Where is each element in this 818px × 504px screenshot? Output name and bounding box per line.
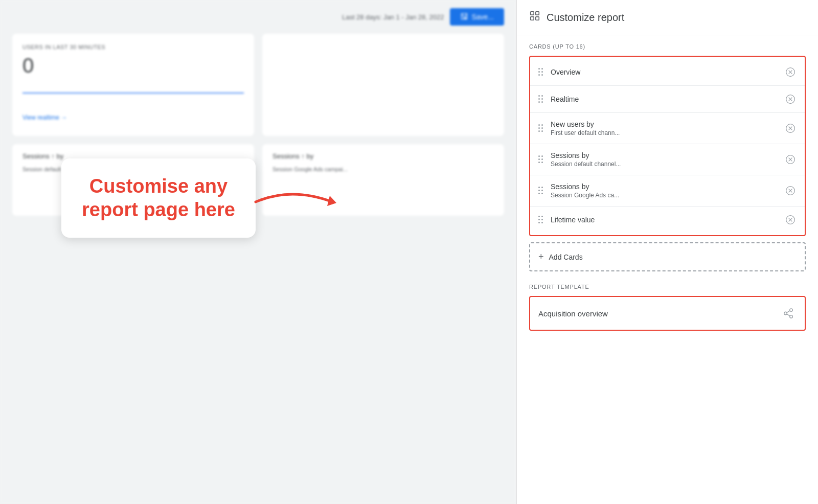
view-realtime: View realtime → [22, 114, 244, 121]
card-item-title-1: Realtime [551, 95, 778, 103]
drag-handle-overview[interactable] [538, 68, 544, 76]
placeholder-card [262, 34, 504, 136]
svg-rect-1 [531, 12, 534, 15]
svg-point-23 [790, 309, 793, 312]
add-cards-label: Add Cards [549, 253, 583, 261]
card-item-title-3: Sessions by [551, 151, 778, 159]
panel-title: Customize report [547, 12, 624, 24]
realtime-card: USERS IN LAST 30 MINUTES 0 View realtime… [12, 34, 254, 136]
card-item-content-new-users: New users by First user default chann... [551, 120, 778, 136]
card-item-subtitle-2: First user default chann... [551, 129, 778, 136]
panel-header: Customize report [517, 0, 818, 35]
date-range: Last 28 days: Jan 1 - Jan 28, 2022 [342, 13, 444, 21]
card-item-subtitle-4: Session Google Ads ca... [551, 192, 778, 199]
add-icon: + [538, 251, 544, 262]
card-item-sessions-ads: Sessions by Session Google Ads ca... [530, 175, 805, 207]
card-item-content-realtime: Realtime [551, 95, 778, 103]
callout-box: Customise any report page here [61, 158, 256, 238]
svg-point-25 [790, 315, 793, 318]
remove-btn-overview[interactable] [784, 66, 797, 78]
drag-handle-new-users[interactable] [538, 124, 544, 132]
card-item-overview: Overview [530, 59, 805, 86]
panel-header-icon [529, 10, 540, 25]
remove-btn-realtime[interactable] [784, 93, 797, 105]
callout-text: Customise any report page here [82, 175, 235, 221]
card-item-content-sessions-channel: Sessions by Session default channel... [551, 151, 778, 168]
callout-arrow [251, 181, 343, 224]
card-item-title-0: Overview [551, 68, 778, 76]
report-template-section-label: REPORT TEMPLATE [529, 284, 806, 290]
report-template-box: Acquisition overview [529, 296, 806, 331]
card-item-title-5: Lifetime value [551, 216, 778, 224]
card-item-content-lifetime-value: Lifetime value [551, 216, 778, 224]
card-item-new-users: New users by First user default chann... [530, 113, 805, 144]
add-cards-button[interactable]: + Add Cards [529, 242, 806, 271]
svg-rect-2 [536, 12, 539, 15]
bottom-card-label-1: Sessions ↑ by [272, 152, 494, 160]
card-item-lifetime-value: Lifetime value [530, 207, 805, 233]
save-button[interactable]: 🖫 Save... [450, 8, 504, 26]
realtime-line [22, 93, 244, 94]
main-content-background: Last 28 days: Jan 1 - Jan 28, 2022 🖫 Sav… [0, 0, 516, 504]
card-item-title-2: New users by [551, 120, 778, 128]
card-item-title-4: Sessions by [551, 182, 778, 191]
remove-btn-new-users[interactable] [784, 122, 797, 134]
drag-handle-sessions-channel[interactable] [538, 155, 544, 164]
right-panel: Customize report CARDS (UP TO 16) Overvi… [516, 0, 818, 504]
card-item-subtitle-3: Session default channel... [551, 161, 778, 168]
cards-grid: USERS IN LAST 30 MINUTES 0 View realtime… [0, 34, 516, 144]
drag-handle-realtime[interactable] [538, 95, 544, 103]
svg-marker-0 [327, 196, 336, 206]
svg-line-27 [787, 311, 790, 313]
realtime-value: 0 [22, 54, 244, 77]
save-icon: 🖫 [460, 12, 468, 21]
cards-section-label: CARDS (UP TO 16) [529, 43, 806, 50]
realtime-label: USERS IN LAST 30 MINUTES [22, 44, 244, 50]
callout-line2: report page here [82, 199, 235, 220]
bottom-card-sublabel-1: Session Google Ads campai... [272, 166, 494, 172]
remove-btn-lifetime-value[interactable] [784, 214, 797, 226]
panel-body: CARDS (UP TO 16) Overview [517, 35, 818, 504]
callout-line1: Customise any [89, 175, 228, 197]
svg-line-26 [787, 314, 790, 316]
remove-btn-sessions-channel[interactable] [784, 153, 797, 166]
card-item-sessions-channel: Sessions by Session default channel... [530, 144, 805, 175]
drag-handle-lifetime-value[interactable] [538, 216, 544, 224]
cards-section-box: Overview Realtime [529, 56, 806, 236]
card-item-realtime: Realtime [530, 86, 805, 113]
save-label: Save... [471, 13, 494, 21]
template-item: Acquisition overview [538, 305, 797, 322]
svg-point-24 [784, 312, 787, 315]
card-item-content-overview: Overview [551, 68, 778, 76]
drag-handle-sessions-ads[interactable] [538, 187, 544, 195]
template-title: Acquisition overview [538, 309, 608, 318]
template-share-button[interactable] [780, 305, 797, 322]
card-item-content-sessions-ads: Sessions by Session Google Ads ca... [551, 182, 778, 199]
svg-rect-3 [531, 17, 534, 20]
top-bar: Last 28 days: Jan 1 - Jan 28, 2022 🖫 Sav… [0, 0, 516, 34]
svg-rect-4 [536, 17, 539, 20]
remove-btn-sessions-ads[interactable] [784, 185, 797, 197]
